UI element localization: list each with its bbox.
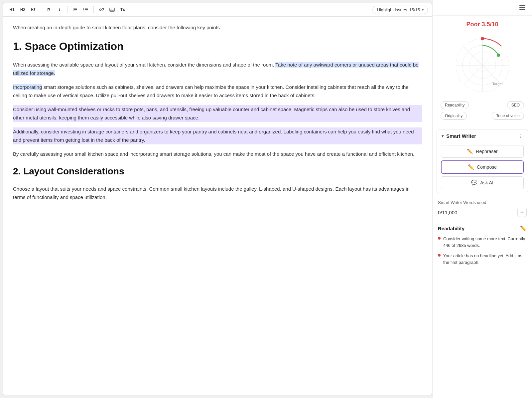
smart-writer-title: Smart Writer: [446, 133, 476, 139]
readability-dot-2: [438, 254, 441, 257]
smart-writer-title-group: ▾ Smart Writer: [442, 133, 476, 139]
compose-button[interactable]: ✏️ Compose: [441, 160, 524, 174]
compose-label: Compose: [477, 164, 497, 170]
insert-group: Tx: [96, 5, 128, 14]
sidebar-header: [433, 0, 532, 16]
ask-ai-icon: 💬: [471, 180, 477, 186]
h3-button[interactable]: H3: [28, 5, 38, 14]
menu-line-3: [519, 9, 525, 10]
edit-icon[interactable]: ✏️: [520, 225, 527, 232]
tone-of-voice-badge[interactable]: Tone of voice: [492, 112, 524, 120]
svg-point-9: [83, 8, 84, 9]
compose-icon: ✏️: [468, 164, 474, 170]
divider-3: [93, 6, 94, 13]
section1-heading: 1. Space Optimization: [13, 37, 422, 55]
readability-text-2: Your article has no headline yet. Add it…: [443, 253, 527, 266]
editor-content[interactable]: When creating an in-depth guide to small…: [3, 17, 432, 395]
radial-chart: Target: [449, 32, 516, 99]
words-used-section: Smart Writer Words used: 0/11,000 +: [433, 196, 532, 221]
highlight-count: 15/15: [409, 7, 420, 12]
smart-writer-header: ▾ Smart Writer ⋮: [437, 129, 528, 142]
readability-title: Readability: [438, 226, 465, 231]
rephraser-icon: ✏️: [467, 148, 473, 154]
highlight-issues-button[interactable]: Highlight issues 15/15 ▾: [372, 6, 428, 14]
ask-ai-button[interactable]: 💬 Ask AI: [441, 176, 524, 189]
readability-text-1: Consider writing some more text. Current…: [443, 236, 527, 249]
divider-1: [41, 6, 41, 13]
words-used-label: Smart Writer Words used:: [438, 200, 527, 205]
svg-point-23: [481, 37, 484, 40]
svg-point-24: [497, 54, 500, 57]
cursor-line-container: [13, 207, 422, 216]
seo-badge[interactable]: SEO: [507, 101, 524, 109]
chevron-down-icon: ▾: [422, 8, 424, 12]
menu-icon[interactable]: [518, 4, 527, 11]
image-button[interactable]: [107, 5, 117, 14]
svg-rect-7: [85, 9, 88, 10]
svg-point-10: [83, 9, 84, 10]
italic-button[interactable]: I: [55, 5, 65, 14]
unordered-list-button[interactable]: [81, 5, 91, 14]
svg-point-11: [83, 11, 84, 11]
list-group: 123: [70, 5, 91, 14]
score-display: Poor 3.5/10: [466, 21, 498, 28]
rephraser-button[interactable]: ✏️ Rephraser: [441, 145, 524, 158]
bold-button[interactable]: B: [44, 5, 54, 14]
h1-button[interactable]: H1: [7, 5, 17, 14]
text-cursor: [13, 208, 13, 214]
smart-writer-section: ▾ Smart Writer ⋮ ✏️ Rephraser ✏️ Compose…: [437, 129, 528, 193]
toolbar: H1 H2 H3 B I 123 Tx: [3, 3, 432, 17]
words-used-row: 0/11,000 +: [438, 208, 527, 217]
svg-line-12: [101, 9, 102, 10]
ask-ai-label: Ask AI: [480, 180, 493, 185]
add-words-button[interactable]: +: [517, 208, 527, 217]
svg-rect-0: [74, 8, 77, 9]
editor-container: H1 H2 H3 B I 123 Tx: [3, 3, 432, 395]
rephraser-label: Rephraser: [476, 149, 497, 154]
score-suffix: /10: [490, 21, 498, 28]
para5: By carefully assessing your small kitche…: [13, 150, 422, 158]
svg-rect-6: [85, 8, 88, 9]
section2-heading: 2. Layout Considerations: [13, 163, 422, 179]
svg-rect-1: [74, 9, 77, 10]
readability-item-1: Consider writing some more text. Current…: [438, 236, 527, 249]
readability-badge[interactable]: Readability: [441, 101, 469, 109]
radial-chart-svg: Target: [449, 32, 516, 99]
originality-badge[interactable]: Originality: [441, 112, 467, 120]
incorporating-word: Incorporating: [13, 84, 42, 90]
divider-2: [67, 6, 67, 13]
collapse-icon[interactable]: ▾: [442, 134, 444, 138]
menu-line-2: [519, 7, 525, 8]
clear-format-button[interactable]: Tx: [118, 5, 128, 14]
para6: Choose a layout that suits your needs an…: [13, 185, 422, 202]
smart-writer-buttons: ✏️ Rephraser ✏️ Compose 💬 Ask AI: [437, 142, 528, 193]
svg-text:3: 3: [73, 10, 74, 12]
para4: Additionally, consider investing in stor…: [13, 127, 422, 144]
intro-paragraph: When creating an in-depth guide to small…: [13, 23, 422, 32]
svg-rect-2: [74, 11, 77, 11]
score-poor-label: Poor: [466, 21, 481, 28]
para2: Incorporating smart storage solutions su…: [13, 83, 422, 100]
h2-button[interactable]: H2: [18, 5, 28, 14]
readability-header: Readability ✏️: [438, 225, 527, 232]
link-button[interactable]: [96, 5, 106, 14]
ordered-list-button[interactable]: 123: [70, 5, 80, 14]
para3: Consider using wall-mounted shelves or r…: [13, 105, 422, 122]
readability-dot-1: [438, 237, 441, 240]
svg-rect-8: [85, 11, 88, 11]
score-value: 3.5: [481, 21, 490, 28]
highlight-label: Highlight issues: [377, 7, 407, 12]
score-section: Poor 3.5/10: [433, 16, 532, 126]
words-count: 0/11,000: [438, 210, 457, 215]
svg-text:Target: Target: [492, 82, 503, 86]
para1: When assessing the available space and l…: [13, 61, 422, 78]
readability-item-2: Your article has no headline yet. Add it…: [438, 253, 527, 266]
more-options-icon[interactable]: ⋮: [518, 133, 523, 139]
heading-group: H1 H2 H3: [7, 5, 38, 14]
format-group: B I: [44, 5, 65, 14]
readability-section: Readability ✏️ Consider writing some mor…: [433, 221, 532, 274]
menu-line-1: [519, 5, 525, 6]
right-sidebar: Poor 3.5/10: [432, 0, 532, 398]
